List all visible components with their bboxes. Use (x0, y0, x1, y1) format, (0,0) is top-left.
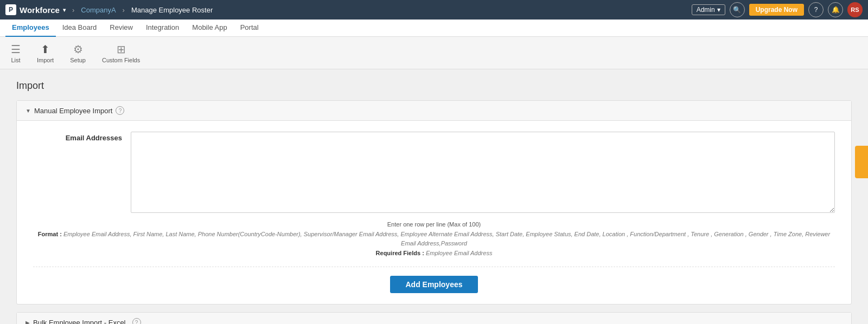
nav-portal[interactable]: Portal (234, 20, 265, 37)
tool-setup[interactable]: ⚙ Setup (70, 43, 86, 63)
breadcrumb-page: Manage Employee Roster (131, 6, 213, 14)
nav-mobile-app[interactable]: Mobile App (186, 20, 233, 37)
bulk-import-card: ▶ Bulk Employee Import - Excel ? (16, 312, 852, 324)
top-bar: P Workforce ▾ › CompanyA › Manage Employ… (0, 0, 868, 20)
tool-import-label: Import (37, 57, 54, 63)
workforce-logo[interactable]: P Workforce ▾ (5, 4, 66, 15)
collapse-icon: ▼ (25, 108, 31, 114)
required-line: Required Fields : Employee Email Address (33, 249, 835, 258)
bulk-import-header[interactable]: ▶ Bulk Employee Import - Excel ? (17, 313, 851, 324)
tool-list[interactable]: ☰ List (11, 43, 21, 63)
nav-review[interactable]: Review (103, 20, 139, 37)
nav-integration[interactable]: Integration (139, 20, 186, 37)
breadcrumb-company[interactable]: CompanyA (81, 6, 116, 14)
nav-idea-board[interactable]: Idea Board (56, 20, 104, 37)
format-line: Format : Employee Email Address, First N… (33, 230, 835, 249)
email-addresses-label: Email Addresses (33, 132, 131, 142)
tool-setup-label: Setup (70, 57, 86, 63)
tool-list-label: List (11, 57, 20, 63)
email-addresses-control (131, 132, 835, 215)
tool-custom-fields-label: Custom Fields (102, 57, 140, 63)
admin-button[interactable]: Admin ▾ (692, 4, 725, 15)
nav-employees[interactable]: Employees (5, 20, 56, 37)
format-label: Format : (38, 231, 62, 237)
p-icon: P (5, 4, 16, 15)
admin-label: Admin (697, 6, 715, 14)
top-bar-left: P Workforce ▾ › CompanyA › Manage Employ… (5, 4, 213, 15)
email-addresses-row: Email Addresses (33, 132, 835, 215)
secondary-nav: Employees Idea Board Review Integration … (0, 20, 868, 37)
hint-line1: Enter one row per line (Max of 100) (33, 220, 835, 230)
admin-drop-icon: ▾ (717, 6, 720, 14)
top-bar-right: Admin ▾ 🔍 Upgrade Now ? 🔔 RS (692, 2, 863, 17)
bulk-import-help-icon[interactable]: ? (132, 318, 141, 324)
setup-icon: ⚙ (73, 43, 83, 56)
custom-fields-icon: ⊞ (117, 43, 126, 56)
page-title: Import (16, 80, 852, 92)
manual-import-card: ▼ Manual Employee Import ? Email Address… (16, 100, 852, 304)
main-content: Import ▼ Manual Employee Import ? Email … (0, 69, 868, 324)
sub-toolbar: ☰ List ⬆ Import ⚙ Setup ⊞ Custom Fields (0, 37, 868, 69)
expand-icon: ▶ (25, 320, 30, 324)
manual-import-header[interactable]: ▼ Manual Employee Import ? (17, 101, 851, 121)
required-label: Required Fields : (376, 250, 424, 256)
format-value: Employee Email Address, First Name, Last… (63, 231, 830, 247)
manual-import-help-icon[interactable]: ? (116, 106, 124, 115)
list-icon: ☰ (11, 43, 21, 56)
help-icon[interactable]: ? (808, 2, 824, 17)
manual-import-body: Email Addresses Enter one row per line (… (17, 121, 851, 304)
app-name: Workforce (20, 5, 60, 15)
add-btn-row: Add Employees (33, 267, 835, 293)
search-icon[interactable]: 🔍 (730, 2, 745, 17)
floating-badge[interactable] (855, 146, 868, 178)
avatar[interactable]: RS (847, 2, 863, 17)
upgrade-button[interactable]: Upgrade Now (749, 4, 804, 16)
bulk-import-title: Bulk Employee Import - Excel (33, 319, 126, 324)
import-icon: ⬆ (41, 43, 50, 56)
email-addresses-textarea[interactable] (131, 132, 835, 213)
format-info: Enter one row per line (Max of 100) Form… (33, 220, 835, 258)
breadcrumb-sep: › (72, 6, 74, 14)
breadcrumb-sep2: › (123, 6, 125, 14)
manual-import-title: Manual Employee Import (34, 107, 113, 115)
add-employees-button[interactable]: Add Employees (390, 276, 477, 293)
required-value: Employee Email Address (426, 250, 492, 256)
dropdown-icon[interactable]: ▾ (63, 7, 66, 13)
tool-import[interactable]: ⬆ Import (37, 43, 54, 63)
tool-custom-fields[interactable]: ⊞ Custom Fields (102, 43, 140, 63)
notification-icon[interactable]: 🔔 (828, 2, 843, 17)
